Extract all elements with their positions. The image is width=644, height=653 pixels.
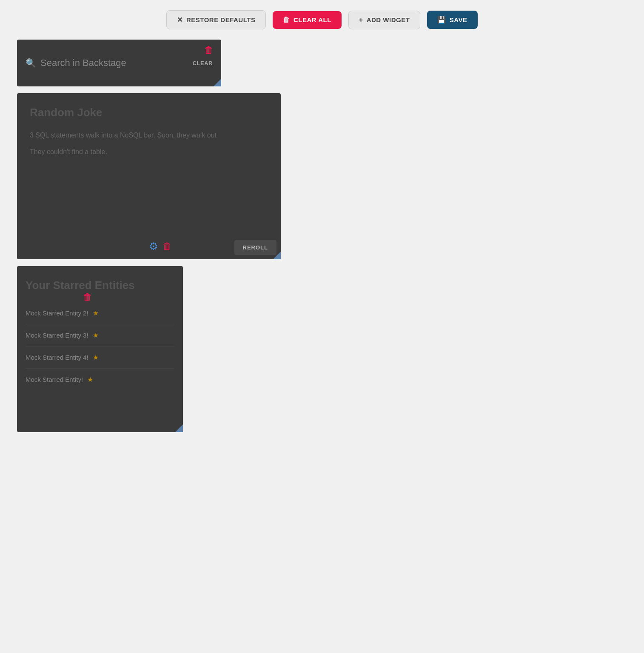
search-clear-button[interactable]: CLEAR — [193, 60, 213, 66]
plus-icon: + — [359, 16, 363, 24]
star-icon: ★ — [93, 309, 99, 317]
reroll-button[interactable]: REROLL — [234, 240, 276, 255]
joke-widget-delete-icon[interactable]: 🗑 — [162, 241, 172, 252]
starred-entity-name: Mock Starred Entity 2! — [26, 309, 88, 317]
star-icon: ★ — [87, 375, 93, 384]
star-icon: ★ — [93, 353, 99, 361]
save-icon: 💾 — [437, 16, 446, 24]
search-widget-delete-icon[interactable]: 🗑 — [204, 45, 214, 56]
restore-defaults-button[interactable]: ✕ RESTORE DEFAULTS — [166, 10, 266, 29]
search-inner: 🔍 Search in Backstage CLEAR — [26, 57, 213, 69]
starred-widget-resize-handle[interactable] — [175, 424, 183, 432]
joke-widget-title: Random Joke — [30, 106, 268, 119]
search-icon: 🔍 — [26, 58, 36, 68]
list-item: Mock Starred Entity 2! ★ — [26, 302, 174, 324]
starred-widget-delete-icon[interactable]: 🗑 — [83, 292, 92, 303]
dashboard: 🔍 Search in Backstage CLEAR 🗑 Random Jok… — [0, 40, 644, 449]
joke-widget-resize-handle[interactable] — [273, 252, 281, 259]
add-widget-button[interactable]: + ADD WIDGET — [348, 11, 421, 29]
joke-line-2: They couldn't find a table. — [30, 146, 268, 158]
trash-icon: 🗑 — [283, 16, 290, 24]
list-item: Mock Starred Entity 4! ★ — [26, 347, 174, 369]
starred-entity-name: Mock Starred Entity 3! — [26, 332, 88, 339]
joke-widget: Random Joke 3 SQL statements walk into a… — [17, 93, 281, 259]
starred-widget-title: Your Starred Entities — [26, 279, 174, 292]
search-widget: 🔍 Search in Backstage CLEAR 🗑 — [17, 40, 221, 86]
starred-list: Mock Starred Entity 2! ★ Mock Starred En… — [26, 302, 174, 390]
starred-entity-name: Mock Starred Entity 4! — [26, 354, 88, 361]
starred-entity-name: Mock Starred Entity! — [26, 376, 83, 383]
settings-icon[interactable]: ⚙ — [149, 241, 158, 252]
list-item: Mock Starred Entity! ★ — [26, 369, 174, 390]
clear-all-button[interactable]: 🗑 CLEAR ALL — [273, 11, 341, 29]
search-placeholder: Search in Backstage — [40, 57, 188, 69]
toolbar: ✕ RESTORE DEFAULTS 🗑 CLEAR ALL + ADD WID… — [0, 0, 644, 40]
joke-line-1: 3 SQL statements walk into a NoSQL bar. … — [30, 129, 268, 141]
list-item: Mock Starred Entity 3! ★ — [26, 324, 174, 347]
close-icon: ✕ — [177, 16, 183, 24]
joke-widget-actions: ⚙ 🗑 — [149, 241, 172, 252]
search-widget-resize-handle[interactable] — [214, 79, 221, 86]
save-button[interactable]: 💾 SAVE — [427, 11, 477, 29]
starred-entities-widget: Your Starred Entities 🗑 Mock Starred Ent… — [17, 266, 183, 432]
star-icon: ★ — [93, 331, 99, 339]
